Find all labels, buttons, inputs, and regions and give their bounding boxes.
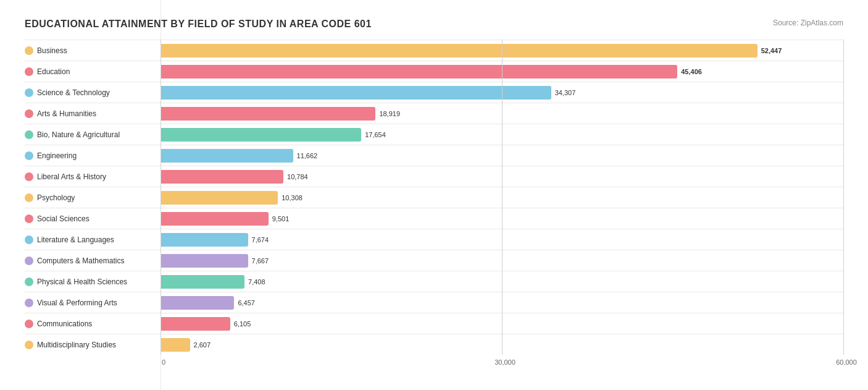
- bar-label: Engineering: [37, 151, 77, 160]
- bar-fill: [161, 233, 248, 247]
- bar-value-label: 45,406: [681, 68, 702, 75]
- bar-track: 17,654: [161, 128, 843, 142]
- chart-title: EDUCATIONAL ATTAINMENT BY FIELD OF STUDY…: [25, 19, 372, 30]
- bar-label-area: Social Sciences: [25, 214, 161, 223]
- bar-label-area: Communications: [25, 320, 161, 328]
- bar-row: Communications6,105: [25, 313, 843, 334]
- bar-fill: [161, 44, 757, 57]
- bar-label: Visual & Performing Arts: [37, 299, 117, 307]
- bar-label: Literature & Languages: [37, 235, 114, 244]
- bar-track: 34,307: [161, 86, 843, 100]
- bar-fill: [161, 149, 293, 163]
- bar-track: 7,408: [161, 275, 843, 289]
- bar-fill: [161, 86, 551, 100]
- bar-track: 10,308: [161, 191, 843, 205]
- bar-dot: [25, 88, 33, 97]
- bar-value-label: 18,919: [379, 110, 400, 117]
- bar-track: 10,784: [161, 170, 843, 184]
- bar-dot: [25, 299, 33, 307]
- bar-label-area: Liberal Arts & History: [25, 172, 161, 181]
- bar-value-label: 11,662: [297, 152, 318, 159]
- bar-track: 6,457: [161, 296, 843, 310]
- x-axis: 030,00060,000: [161, 355, 843, 367]
- bar-label-area: Business: [25, 46, 161, 55]
- bar-row: Literature & Languages7,674: [25, 229, 843, 250]
- bar-fill: [161, 191, 278, 205]
- bar-track: 6,105: [161, 317, 843, 331]
- bar-row: Arts & Humanities18,919: [25, 103, 843, 124]
- bar-dot: [25, 109, 33, 118]
- bar-label: Psychology: [37, 193, 75, 202]
- bar-fill: [161, 65, 677, 78]
- chart-container: EDUCATIONAL ATTAINMENT BY FIELD OF STUDY…: [12, 12, 856, 379]
- bar-fill: [161, 317, 230, 331]
- bar-label: Liberal Arts & History: [37, 172, 106, 181]
- bar-value-label: 10,784: [287, 173, 308, 180]
- bar-label: Bio, Nature & Agricultural: [37, 130, 120, 139]
- bar-dot: [25, 193, 33, 202]
- bar-dot: [25, 67, 33, 76]
- bar-fill: [161, 107, 375, 121]
- bar-label: Arts & Humanities: [37, 109, 96, 118]
- bar-label-area: Arts & Humanities: [25, 109, 161, 118]
- bar-label-area: Science & Technology: [25, 88, 161, 97]
- bar-value-label: 6,105: [234, 320, 251, 328]
- chart-area: Business52,447Education45,406Science & T…: [25, 40, 843, 355]
- bar-label: Science & Technology: [37, 88, 110, 97]
- chart-source: Source: ZipAtlas.com: [773, 19, 843, 27]
- bar-label-area: Multidisciplinary Studies: [25, 341, 161, 349]
- bar-track: 2,607: [161, 338, 843, 352]
- bar-label-area: Bio, Nature & Agricultural: [25, 130, 161, 139]
- bar-value-label: 34,307: [555, 89, 576, 96]
- bar-fill: [161, 170, 283, 184]
- bar-label: Business: [37, 46, 67, 55]
- bar-fill: [161, 296, 234, 310]
- bar-track: 18,919: [161, 107, 843, 121]
- bar-value-label: 17,654: [365, 131, 386, 138]
- bar-value-label: 7,667: [252, 257, 269, 265]
- bar-track: 45,406: [161, 65, 843, 78]
- bar-row: Bio, Nature & Agricultural17,654: [25, 124, 843, 145]
- bar-label-area: Psychology: [25, 193, 161, 202]
- bar-label-area: Physical & Health Sciences: [25, 278, 161, 286]
- bar-value-label: 52,447: [761, 47, 782, 54]
- bar-dot: [25, 151, 33, 160]
- bar-label-area: Engineering: [25, 151, 161, 160]
- bar-dot: [25, 278, 33, 286]
- bar-label-area: Visual & Performing Arts: [25, 299, 161, 307]
- bar-dot: [25, 46, 33, 55]
- bar-track: 9,501: [161, 212, 843, 226]
- bar-row: Visual & Performing Arts6,457: [25, 292, 843, 313]
- bar-row: Science & Technology34,307: [25, 82, 843, 103]
- bar-fill: [161, 212, 269, 226]
- bar-label-area: Computers & Mathematics: [25, 256, 161, 265]
- bar-label-area: Education: [25, 67, 161, 76]
- chart-header: EDUCATIONAL ATTAINMENT BY FIELD OF STUDY…: [25, 19, 843, 30]
- bar-label: Computers & Mathematics: [37, 256, 124, 265]
- bar-row: Social Sciences9,501: [25, 208, 843, 229]
- bar-dot: [25, 130, 33, 139]
- x-tick: 0: [151, 358, 176, 366]
- bar-track: 7,674: [161, 233, 843, 247]
- bar-row: Engineering11,662: [25, 145, 843, 166]
- bar-row: Psychology10,308: [25, 187, 843, 208]
- bar-value-label: 10,308: [282, 194, 303, 201]
- bar-fill: [161, 254, 248, 268]
- bar-track: 11,662: [161, 149, 843, 163]
- bar-dot: [25, 320, 33, 328]
- bar-label: Communications: [37, 320, 92, 328]
- bar-label: Physical & Health Sciences: [37, 278, 127, 286]
- bar-fill: [161, 128, 361, 142]
- bar-track: 7,667: [161, 254, 843, 268]
- bar-label: Education: [37, 67, 70, 76]
- x-tick: 30,000: [493, 358, 517, 366]
- bar-row: Liberal Arts & History10,784: [25, 166, 843, 187]
- bar-fill: [161, 338, 190, 352]
- bar-value-label: 7,408: [248, 278, 265, 286]
- bar-value-label: 7,674: [252, 236, 269, 244]
- bar-row: Physical & Health Sciences7,408: [25, 271, 843, 292]
- bar-row: Business52,447: [25, 40, 843, 61]
- bar-label: Multidisciplinary Studies: [37, 341, 116, 349]
- bar-dot: [25, 214, 33, 223]
- bar-dot: [25, 256, 33, 265]
